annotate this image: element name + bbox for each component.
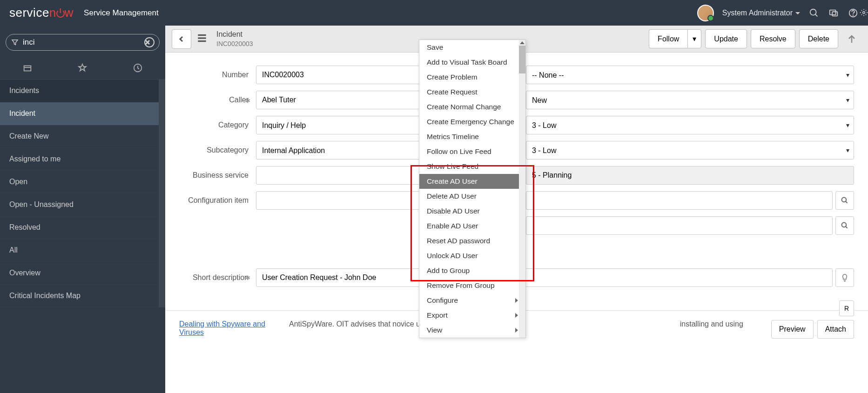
cm-create-normal-change[interactable]: Create Normal Change: [419, 100, 525, 114]
related-toggle[interactable]: R: [839, 300, 854, 316]
avatar[interactable]: [697, 5, 714, 21]
filter-icon: [11, 38, 19, 47]
clear-icon[interactable]: [144, 37, 155, 47]
favorites-tab[interactable]: [77, 63, 87, 74]
svg-line-1: [815, 14, 818, 16]
nav-item-critical-map[interactable]: Critical Incidents Map: [0, 285, 165, 307]
product-title: Service Management: [84, 8, 159, 18]
svg-point-0: [810, 9, 816, 15]
nav-filter[interactable]: [6, 34, 160, 51]
left-sidebar: Incidents Incident Create New Assigned t…: [0, 26, 165, 393]
svg-rect-9: [24, 66, 31, 71]
power-icon: [56, 9, 65, 18]
nav-item-overview[interactable]: Overview: [0, 262, 165, 285]
gear-icon[interactable]: [860, 7, 868, 20]
short-description-label: Short description: [179, 273, 256, 283]
cm-unlock-ad-user[interactable]: Unlock AD User: [419, 248, 525, 263]
nav-list: Incidents Incident Create New Assigned t…: [0, 80, 165, 307]
resolve-button[interactable]: Resolve: [751, 29, 795, 48]
follow-button[interactable]: Follow ▾: [649, 29, 701, 48]
cm-configure[interactable]: Configure: [419, 293, 525, 308]
related-link[interactable]: Dealing with Spyware and Viruses: [179, 320, 272, 337]
assignment-group-field[interactable]: [526, 191, 833, 210]
nav-item-create-new[interactable]: Create New: [0, 125, 165, 148]
help-icon[interactable]: [848, 7, 859, 19]
attach-button[interactable]: Attach: [817, 320, 854, 339]
search-icon[interactable]: [835, 216, 854, 235]
breadcrumb: Incident INC0020003: [216, 30, 253, 48]
nav-item-incidents[interactable]: Incidents: [0, 80, 165, 102]
cm-follow-live-feed[interactable]: Follow on Live Feed: [419, 144, 525, 159]
assigned-to-field[interactable]: [526, 216, 833, 235]
preview-button[interactable]: Preview: [771, 320, 814, 339]
nav-item-resolved[interactable]: Resolved: [0, 216, 165, 239]
cm-create-ad-user[interactable]: Create AD User: [419, 174, 525, 189]
nav-item-all[interactable]: All: [0, 239, 165, 262]
cm-add-visual-task-board[interactable]: Add to Visual Task Board: [419, 55, 525, 70]
update-button[interactable]: Update: [705, 29, 747, 48]
up-arrow-icon[interactable]: [842, 29, 861, 48]
chevron-right-icon: [515, 328, 518, 333]
cm-create-request[interactable]: Create Request: [419, 85, 525, 100]
chevron-down-icon[interactable]: ▾: [687, 29, 701, 48]
category-label: Category: [179, 121, 256, 129]
back-button[interactable]: [172, 29, 191, 49]
cm-enable-ad-user[interactable]: Enable AD User: [419, 219, 525, 233]
number-label: Number: [179, 71, 256, 79]
chat-icon[interactable]: [828, 7, 839, 19]
svg-point-5: [853, 15, 854, 15]
subcategory-label: Subcategory: [179, 146, 256, 154]
cm-add-to-group[interactable]: Add to Group: [419, 263, 525, 278]
short-description-field[interactable]: [256, 268, 833, 287]
cm-create-emergency-change[interactable]: Create Emergency Change: [419, 114, 525, 129]
logo: servicenw: [9, 6, 74, 20]
scrollbar[interactable]: [159, 80, 165, 307]
app-header: servicenw Service Management System Admi…: [0, 0, 868, 26]
search-icon[interactable]: [808, 7, 820, 19]
cm-view[interactable]: View: [419, 323, 525, 338]
cm-export[interactable]: Export: [419, 308, 525, 323]
contact-type-select[interactable]: -- None --: [526, 66, 854, 84]
cm-create-problem[interactable]: Create Problem: [419, 70, 525, 85]
cm-delete-ad-user[interactable]: Delete AD User: [419, 189, 525, 204]
cm-reset-ad-password[interactable]: Reset AD password: [419, 233, 525, 248]
related-desc-right: installing and using: [680, 320, 754, 328]
chevron-right-icon: [515, 298, 518, 303]
business-service-label: Business service: [179, 171, 256, 180]
chevron-right-icon: [515, 313, 518, 318]
priority-field: [526, 166, 854, 185]
cm-save[interactable]: Save: [419, 40, 525, 55]
scrollbar[interactable]: [519, 40, 525, 338]
search-icon[interactable]: [835, 191, 854, 210]
svg-line-25: [846, 201, 848, 203]
caller-label: Caller: [179, 96, 256, 104]
svg-rect-3: [832, 12, 837, 16]
delete-button[interactable]: Delete: [799, 29, 838, 48]
cm-disable-ad-user[interactable]: Disable AD User: [419, 204, 525, 219]
nav-item-open[interactable]: Open: [0, 171, 165, 193]
context-menu: Save Add to Visual Task Board Create Pro…: [419, 40, 526, 338]
state-select[interactable]: New: [526, 91, 854, 109]
nav-item-assigned-to-me[interactable]: Assigned to me: [0, 148, 165, 171]
nav-tabs: [0, 56, 165, 80]
nav-item-open-unassigned[interactable]: Open - Unassigned: [0, 193, 165, 216]
config-item-label: Configuration item: [179, 196, 256, 205]
all-apps-tab[interactable]: [22, 63, 33, 74]
suggestion-icon[interactable]: [835, 268, 854, 287]
nav-item-incident[interactable]: Incident: [0, 102, 165, 125]
cm-remove-from-group[interactable]: Remove From Group: [419, 278, 525, 293]
cm-metrics-timeline[interactable]: Metrics Timeline: [419, 129, 525, 144]
username-dropdown[interactable]: System Administrator: [722, 9, 800, 17]
urgency-select[interactable]: 3 - Low: [526, 141, 854, 160]
chevron-down-icon: [795, 12, 800, 14]
cm-show-live-feed[interactable]: Show Live Feed: [419, 159, 525, 174]
svg-point-6: [863, 12, 865, 14]
svg-line-27: [846, 226, 848, 228]
caller-field[interactable]: [256, 91, 443, 109]
svg-rect-2: [830, 10, 836, 14]
impact-select[interactable]: 3 - Low: [526, 116, 854, 134]
menu-icon[interactable]: [196, 32, 208, 46]
history-tab[interactable]: [133, 63, 143, 74]
nav-filter-input[interactable]: [23, 38, 144, 47]
